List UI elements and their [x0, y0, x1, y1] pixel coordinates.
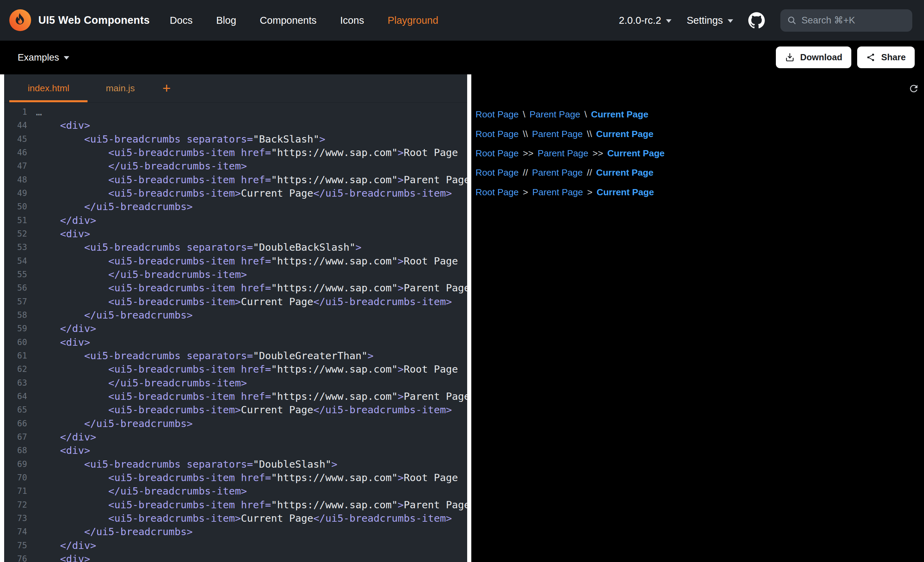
tab-index-html[interactable]: index.html: [9, 74, 87, 102]
breadcrumb-separator: >: [587, 187, 592, 198]
breadcrumb-separator: >>: [523, 148, 534, 159]
code-token: <ui5-breadcrumbs separators=: [36, 459, 253, 470]
code-line-content: <ui5-breadcrumbs-item href="https://www.…: [27, 390, 468, 403]
code-token: [36, 160, 108, 172]
line-number: 73: [4, 512, 27, 525]
playground-app: UI5 Web Components Docs Blog Components …: [0, 0, 924, 562]
nav-link-playground[interactable]: Playground: [376, 0, 450, 40]
line-number: 61: [4, 349, 27, 363]
breadcrumb-link[interactable]: Parent Page: [532, 129, 583, 139]
code-line: 54 <ui5-breadcrumbs-item href="https://w…: [4, 255, 467, 268]
breadcrumb-current: Current Page: [596, 167, 653, 178]
version-label: 2.0.0-rc.2: [619, 15, 661, 26]
search-box: [780, 9, 912, 32]
code-line: 62 <ui5-breadcrumbs-item href="https://w…: [4, 363, 467, 376]
code-token: </div>: [36, 431, 96, 443]
examples-dropdown[interactable]: Examples: [18, 52, 69, 63]
search-input[interactable]: [801, 15, 905, 26]
share-label: Share: [881, 52, 906, 62]
code-line-content: <ui5-breadcrumbs separators="DoubleSlash…: [27, 458, 338, 471]
refresh-icon: [908, 83, 919, 94]
code-line-content: <ui5-breadcrumbs-item href="https://www.…: [27, 471, 458, 484]
code-line: 56 <ui5-breadcrumbs-item href="https://w…: [4, 281, 467, 295]
code-token: >: [398, 147, 404, 159]
examples-label: Examples: [18, 52, 59, 63]
breadcrumb-link[interactable]: Parent Page: [537, 148, 588, 159]
code-token: "https://www.sap.com": [271, 255, 398, 267]
code-token: "https://www.sap.com": [271, 147, 398, 159]
splitter-handle[interactable]: [467, 74, 471, 562]
settings-dropdown[interactable]: Settings: [687, 15, 733, 26]
download-icon: [785, 52, 795, 62]
examples-toolbar: Examples Download Share: [0, 40, 924, 74]
github-icon: [748, 12, 765, 28]
breadcrumb-link[interactable]: Parent Page: [532, 167, 583, 178]
code-token: >: [368, 350, 374, 361]
code-token: </ui5-breadcrumbs-item>: [108, 485, 247, 497]
version-dropdown[interactable]: 2.0.0-rc.2: [619, 15, 671, 26]
code-token: Current Page: [241, 404, 313, 416]
code-token: <div>: [36, 228, 90, 240]
brand[interactable]: UI5 Web Components: [9, 9, 150, 31]
code-token: "https://www.sap.com": [271, 174, 398, 186]
breadcrumb-row: Root Page>>Parent Page>>Current Page: [476, 144, 924, 163]
nav-link-blog[interactable]: Blog: [204, 0, 248, 40]
share-button[interactable]: Share: [857, 46, 915, 68]
code-token: </div>: [36, 540, 96, 552]
nav-link-icons[interactable]: Icons: [328, 0, 376, 40]
nav-link-docs[interactable]: Docs: [158, 0, 205, 40]
code-token: >: [398, 499, 404, 511]
breadcrumb-link[interactable]: Parent Page: [532, 187, 583, 198]
code-token: Current Page: [241, 296, 313, 307]
code-line: 58 </ui5-breadcrumbs>: [4, 309, 467, 322]
code-token: </div>: [36, 214, 96, 226]
nav-link-components[interactable]: Components: [248, 0, 328, 40]
breadcrumb-row: Root Page\Parent Page\Current Page: [476, 105, 924, 124]
breadcrumb-link[interactable]: Root Page: [476, 167, 519, 178]
code-token: >: [398, 472, 404, 484]
breadcrumb-row: Root Page//Parent Page//Current Page: [476, 163, 924, 183]
code-line: 66 </ui5-breadcrumbs>: [4, 417, 467, 430]
line-number: 62: [4, 363, 27, 376]
code-token: Root Page: [404, 147, 458, 159]
breadcrumb-link[interactable]: Root Page: [476, 187, 519, 198]
line-number: 46: [4, 146, 27, 159]
code-line: 73 <ui5-breadcrumbs-item>Current Page</u…: [4, 512, 467, 525]
code-line-content: </ui5-breadcrumbs-item>: [27, 268, 247, 281]
code-token: <div>: [36, 336, 90, 348]
top-navbar: UI5 Web Components Docs Blog Components …: [0, 0, 924, 40]
code-line-content: </ui5-breadcrumbs-item>: [27, 484, 247, 498]
code-token: Current Page: [241, 513, 313, 524]
share-icon: [866, 52, 876, 62]
code-line: 63 </ui5-breadcrumbs-item>: [4, 376, 467, 390]
code-token: >: [398, 282, 404, 294]
code-token: >: [398, 391, 404, 402]
add-tab-button[interactable]: +: [153, 74, 180, 102]
line-number: 47: [4, 159, 27, 173]
code-line-content: </ui5-breadcrumbs-item>: [27, 159, 247, 173]
breadcrumb-current: Current Page: [608, 148, 664, 159]
github-link[interactable]: [748, 12, 765, 28]
code-line-content: <div>: [27, 444, 90, 457]
breadcrumb-link[interactable]: Root Page: [476, 129, 519, 139]
breadcrumb-link[interactable]: Parent Page: [530, 109, 580, 120]
tab-main-js[interactable]: main.js: [87, 74, 153, 102]
breadcrumb-separator: \: [584, 109, 587, 120]
code-token: <div>: [36, 120, 90, 131]
breadcrumb-link[interactable]: Root Page: [476, 148, 519, 159]
line-number: 60: [4, 336, 27, 349]
code-editor[interactable]: 1…44 <div>45 <ui5-breadcrumbs separators…: [4, 103, 467, 562]
code-line-content: <ui5-breadcrumbs-item href="https://www.…: [27, 146, 458, 159]
code-token: Current Page: [241, 187, 313, 199]
breadcrumb-link[interactable]: Root Page: [476, 109, 519, 120]
toolbar-actions: Download Share: [776, 46, 914, 68]
code-token: </ui5-breadcrumbs-item>: [313, 513, 452, 524]
code-token: <ui5-breadcrumbs-item href=: [36, 472, 271, 484]
breadcrumb-current: Current Page: [591, 109, 648, 120]
download-button[interactable]: Download: [776, 46, 851, 68]
code-line: 44 <div>: [4, 119, 467, 132]
line-number: 57: [4, 295, 27, 309]
code-token: <ui5-breadcrumbs-item href=: [36, 282, 271, 294]
editor-tabbar: index.html main.js +: [4, 74, 467, 103]
refresh-button[interactable]: [907, 82, 921, 95]
